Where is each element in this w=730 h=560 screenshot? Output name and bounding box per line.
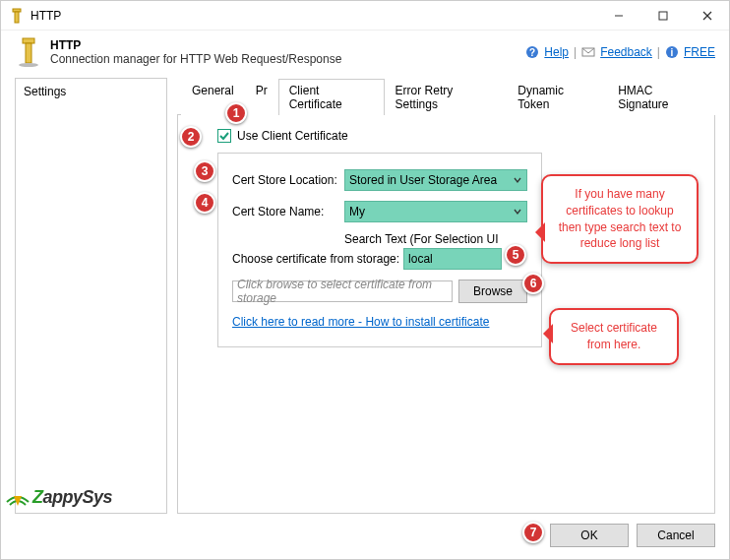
marker-3: 3 xyxy=(194,160,215,182)
tab-error-retry[interactable]: Error Retry Settings xyxy=(385,79,508,115)
feedback-link[interactable]: Feedback xyxy=(600,45,652,59)
use-client-cert-row: Use Client Certificate xyxy=(217,129,700,143)
search-value: local xyxy=(408,252,433,266)
window-buttons xyxy=(596,1,729,30)
header-subtitle: Connection manager for HTTP Web Request/… xyxy=(50,52,525,66)
help-link[interactable]: Help xyxy=(544,45,569,59)
logo: ZappySys xyxy=(5,487,143,508)
choose-label: Choose certificate from storage: xyxy=(232,252,399,266)
window: HTTP HTTP Connection manager for HTTP We… xyxy=(0,0,730,560)
cert-path-input[interactable]: Click browse to select certificate from … xyxy=(232,280,453,302)
read-more-link[interactable]: Click here to read more - How to install… xyxy=(232,315,489,329)
svg-rect-1 xyxy=(15,12,19,23)
use-client-cert-checkbox[interactable] xyxy=(217,129,231,143)
store-location-select[interactable]: Stored in User Storage Area xyxy=(344,169,527,191)
store-location-label: Cert Store Location: xyxy=(232,173,344,187)
search-input[interactable]: local xyxy=(403,248,502,270)
window-title: HTTP xyxy=(30,9,596,23)
side-panel: Settings ZappySys xyxy=(15,78,167,514)
browse-button[interactable]: Browse xyxy=(458,280,527,303)
search-label: Search Text (For Selection UI xyxy=(344,232,527,246)
ok-button[interactable]: OK xyxy=(550,524,629,547)
svg-rect-7 xyxy=(26,43,31,63)
store-name-select[interactable]: My xyxy=(344,201,527,222)
tab-hmac[interactable]: HMAC Signature xyxy=(607,79,715,115)
tabs: General Pr Client Certificate Error Retr… xyxy=(177,78,715,115)
separator: | xyxy=(657,45,660,59)
app-small-icon xyxy=(9,8,25,24)
cancel-button[interactable]: Cancel xyxy=(637,524,715,547)
chevron-down-icon xyxy=(513,174,522,188)
free-link[interactable]: FREE xyxy=(684,45,715,59)
maximize-button[interactable] xyxy=(640,1,685,30)
marker-4: 4 xyxy=(194,192,215,214)
use-client-cert-label: Use Client Certificate xyxy=(237,129,348,143)
main-panel: General Pr Client Certificate Error Retr… xyxy=(177,78,715,514)
svg-rect-6 xyxy=(23,38,34,43)
marker-5: 5 xyxy=(505,244,526,266)
store-name-label: Cert Store Name: xyxy=(232,205,344,218)
help-links: ? Help | Feedback | i FREE xyxy=(525,45,715,59)
store-location-value: Stored in User Storage Area xyxy=(349,173,497,187)
marker-2: 2 xyxy=(180,126,202,148)
titlebar: HTTP xyxy=(1,1,729,31)
marker-6: 6 xyxy=(522,273,544,294)
callout-select-hint: Select certificate from here. xyxy=(549,308,679,365)
info-icon: i xyxy=(665,45,679,59)
minimize-button[interactable] xyxy=(596,1,640,30)
tab-client-certificate[interactable]: Client Certificate xyxy=(278,79,385,115)
header-titles: HTTP Connection manager for HTTP Web Req… xyxy=(50,38,525,66)
cert-path-placeholder: Click browse to select certificate from … xyxy=(237,278,448,305)
mail-icon xyxy=(581,45,595,59)
svg-point-8 xyxy=(19,63,38,67)
chevron-down-icon xyxy=(513,206,522,219)
tab-body: Use Client Certificate Cert Store Locati… xyxy=(177,115,715,514)
sidebar-item-settings[interactable]: Settings xyxy=(24,85,158,98)
help-icon: ? xyxy=(525,45,539,59)
svg-rect-3 xyxy=(659,12,667,20)
header: HTTP Connection manager for HTTP Web Req… xyxy=(1,31,729,78)
body: Settings ZappySys General Pr Client Cert… xyxy=(1,78,729,514)
app-icon xyxy=(15,36,42,68)
store-name-value: My xyxy=(349,205,365,218)
svg-text:?: ? xyxy=(529,47,535,58)
separator: | xyxy=(574,45,577,59)
header-title: HTTP xyxy=(50,38,525,52)
close-button[interactable] xyxy=(685,1,729,30)
callout-search-hint: If you have many certificates to lookup … xyxy=(541,174,699,264)
svg-text:i: i xyxy=(671,47,674,58)
tab-proxy[interactable]: Pr xyxy=(245,79,278,115)
logo-text: ZappySys xyxy=(32,487,112,508)
cert-fieldset: Cert Store Location: Stored in User Stor… xyxy=(217,153,542,347)
marker-7: 7 xyxy=(522,522,544,543)
footer: 7 OK Cancel xyxy=(1,514,729,559)
tab-dynamic-token[interactable]: Dynamic Token xyxy=(507,79,607,115)
marker-1: 1 xyxy=(225,102,247,124)
